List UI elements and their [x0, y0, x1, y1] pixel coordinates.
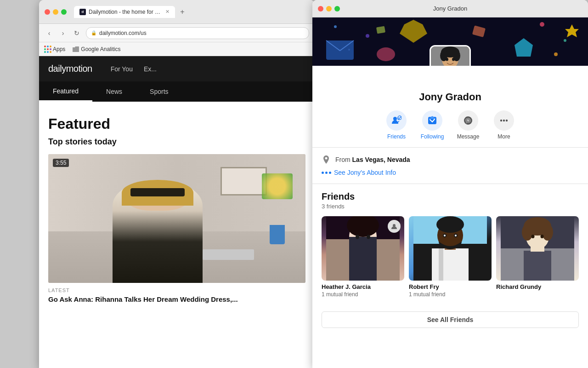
svg-point-51	[455, 235, 457, 236]
video-thumbnail[interactable]: ♥	[48, 154, 305, 283]
svg-point-24	[393, 117, 397, 121]
svg-point-29	[500, 120, 502, 121]
friend-name-richard: Richard Grundy	[496, 283, 579, 290]
fb-avatar	[430, 45, 471, 66]
fb-message-label: Message	[457, 133, 480, 140]
svg-point-50	[444, 235, 446, 236]
tab-favicon-icon: d	[79, 9, 86, 15]
svg-point-59	[542, 224, 553, 241]
friend-photo-heather	[322, 216, 404, 281]
fb-about-link[interactable]: See Jony's About Info	[322, 169, 579, 176]
dm-nav-links: For You Ex...	[111, 65, 157, 73]
fb-info-section: From Las Vegas, Nevada See Jony's About …	[312, 148, 588, 184]
svg-point-61	[541, 235, 544, 238]
friend-name-robert: Robert Fry	[409, 283, 492, 290]
svg-point-5	[564, 39, 566, 42]
bookmarks-bar: Apps Google Analitics	[39, 42, 315, 56]
tab-close-icon[interactable]: ✕	[165, 9, 170, 15]
fb-avatar-image	[431, 46, 469, 66]
svg-point-9	[377, 47, 395, 61]
video-info: LATEST Go Ask Anna: Rihanna Talks Her Dr…	[48, 288, 305, 304]
browser-window: d Dailymotion - the home for vid... ✕ + …	[39, 0, 315, 368]
video-title[interactable]: Go Ask Anna: Rihanna Talks Her Dream Wed…	[48, 295, 305, 304]
dm-nav-for-you[interactable]: For You	[111, 65, 133, 73]
video-bg: ♥	[48, 154, 305, 283]
more-dots-icon	[494, 110, 514, 131]
following-icon	[422, 110, 442, 131]
fb-more-button[interactable]: More	[488, 110, 520, 140]
bookmark-google-analytics[interactable]: Google Analitics	[73, 46, 120, 52]
refresh-button[interactable]: ↻	[72, 29, 81, 38]
fb-friends-section: Friends 3 friends	[312, 184, 588, 305]
svg-point-1	[334, 25, 337, 28]
friend-add-icon[interactable]	[388, 220, 401, 233]
forward-button[interactable]: ›	[58, 29, 68, 38]
dm-nav-explore[interactable]: Ex...	[144, 65, 157, 73]
fb-about-text: See Jony's About Info	[334, 169, 396, 176]
bookmark-apps-label: Apps	[53, 46, 65, 52]
fb-profile-name: Jony Gradon	[419, 91, 481, 103]
address-bar[interactable]: 🔒 dailymotion.com/us	[86, 27, 309, 39]
video-frame: ♥	[48, 154, 305, 283]
bookmark-apps[interactable]: Apps	[45, 46, 65, 52]
dm-section-title: Featured	[48, 115, 305, 132]
maximize-button[interactable]	[61, 9, 67, 15]
dailymotion-logo[interactable]: dailymotion	[48, 63, 92, 74]
fb-cover-photo	[312, 17, 588, 66]
svg-point-23	[452, 58, 455, 61]
fb-window-controls	[318, 6, 340, 12]
svg-point-38	[356, 235, 359, 239]
fb-following-button[interactable]: Following	[416, 110, 448, 140]
dm-tabs: Featured News Sports	[39, 81, 315, 102]
friend-card-heather[interactable]: Heather J. Garcia 1 mutual friend	[322, 216, 404, 298]
friend-mutual-heather: 1 mutual friend	[322, 291, 404, 298]
video-latest-label: LATEST	[48, 288, 305, 293]
dm-content: Featured Top stories today	[39, 102, 315, 313]
fb-friends-button[interactable]: Friends	[380, 110, 413, 140]
svg-point-32	[325, 157, 328, 160]
folder-icon	[73, 46, 79, 52]
lock-icon: 🔒	[91, 30, 96, 35]
svg-point-58	[522, 224, 533, 241]
close-button[interactable]	[45, 9, 50, 15]
fb-friends-grid: Heather J. Garcia 1 mutual friend	[322, 216, 579, 298]
friend-photo-robert	[409, 216, 492, 281]
fb-location-city: Las Vegas, Nevada	[352, 156, 410, 163]
fb-window-title: Jony Gradon	[433, 5, 467, 12]
facebook-panel: Jony Gradon	[312, 0, 588, 368]
see-all-label: See All Friends	[427, 316, 474, 323]
about-dots-icon	[322, 172, 331, 174]
svg-point-22	[446, 58, 448, 61]
friend-photo-richard	[496, 216, 579, 281]
see-all-friends-button[interactable]: See All Friends	[322, 311, 579, 328]
svg-rect-37	[349, 237, 377, 281]
fb-friends-count: 3 friends	[322, 203, 579, 210]
svg-rect-54	[524, 251, 551, 281]
new-tab-button[interactable]: +	[177, 6, 188, 17]
bookmark-analytics-label: Google Analitics	[81, 46, 120, 52]
fb-close-button[interactable]	[318, 6, 323, 12]
dm-header: dailymotion For You Ex...	[39, 56, 315, 81]
fb-location-text: From Las Vegas, Nevada	[335, 156, 410, 163]
fb-message-button[interactable]: Message	[452, 110, 484, 140]
fb-minimize-button[interactable]	[326, 6, 332, 12]
tab-news[interactable]: News	[92, 81, 136, 102]
minimize-button[interactable]	[53, 9, 58, 15]
tab-featured[interactable]: Featured	[39, 81, 92, 102]
fb-maximize-button[interactable]	[334, 6, 340, 12]
tab-bar: d Dailymotion - the home for vid... ✕ +	[74, 6, 309, 18]
browser-toolbar: ‹ › ↻ 🔒 dailymotion.com/us	[39, 24, 315, 42]
friend-card-richard[interactable]: Richard Grundy	[496, 216, 579, 298]
browser-tab-dailymotion[interactable]: d Dailymotion - the home for vid... ✕	[74, 6, 175, 18]
dm-subsection-title: Top stories today	[48, 137, 305, 147]
tab-sports[interactable]: Sports	[136, 81, 182, 102]
tab-title: Dailymotion - the home for vid...	[89, 9, 163, 15]
fb-profile-section: Jony Gradon Friends	[312, 66, 588, 148]
svg-rect-43	[432, 248, 469, 281]
fb-more-label: More	[498, 133, 510, 140]
back-button[interactable]: ‹	[45, 29, 54, 38]
friend-card-robert[interactable]: Robert Fry 1 mutual friend	[409, 216, 492, 298]
svg-point-39	[367, 235, 370, 239]
svg-point-30	[503, 120, 505, 121]
svg-point-4	[540, 22, 544, 27]
